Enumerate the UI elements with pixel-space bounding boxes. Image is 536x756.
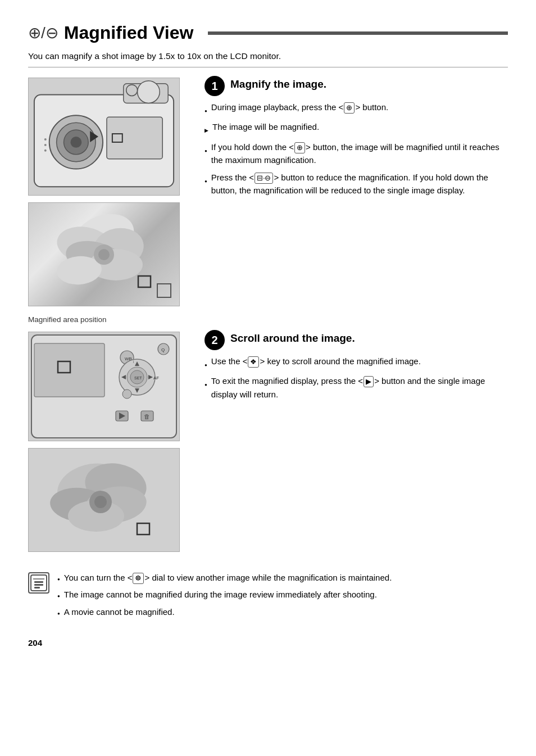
page-subtitle: You can magnify a shot image by 1.5x to … (28, 51, 508, 67)
bullet-dot-1 (205, 103, 207, 116)
image-caption: Magnified area position (28, 315, 191, 324)
page-number: 204 (28, 638, 508, 648)
note-text-3: A movie cannot be magnified. (64, 605, 175, 618)
svg-rect-22 (138, 276, 151, 287)
svg-text:SET: SET (134, 376, 142, 380)
step1-bullet-3: If you hold down the <⊕> button, the ima… (205, 141, 508, 167)
step1-bullet-2: The image will be magnified. (205, 120, 508, 135)
step2-bullet-2: To exit the magnified display, press the… (205, 374, 508, 401)
svg-rect-8 (107, 117, 162, 159)
step2-bullet-dot-2 (205, 377, 207, 390)
svg-text:🗑: 🗑 (144, 413, 150, 420)
section2-images: WB SET AF Q (28, 332, 191, 552)
notes-list: You can turn the <☸> dial to view anothe… (57, 571, 508, 618)
svg-text:AF: AF (153, 375, 159, 381)
step1-title: Magnify the image. (230, 78, 326, 92)
step2-number: 2 (205, 330, 225, 350)
svg-point-39 (122, 390, 131, 399)
note-dot-1 (57, 571, 60, 584)
svg-text:Q: Q (161, 347, 165, 352)
section-2: WB SET AF Q (28, 332, 508, 552)
svg-rect-56 (34, 584, 43, 586)
note-dot-2 (57, 588, 60, 601)
svg-point-21 (98, 249, 110, 260)
note-item-2: The image cannot be magnified during the… (57, 588, 508, 601)
bullet-arrow-1 (205, 123, 208, 135)
step2-header: 2 Scroll around the image. (205, 332, 508, 350)
section2-instructions: 2 Scroll around the image. Use the <❖> k… (205, 332, 508, 552)
step1-bullet-4: Press the <⊟·⊖> button to reduce the mag… (205, 171, 508, 197)
magnify-icons: ⊕/⊖ (28, 24, 58, 42)
note-dot-3 (57, 605, 60, 618)
step1-number: 1 (205, 76, 225, 96)
reduce-btn-icon: ⊟·⊖ (255, 173, 273, 184)
dial-icon: ☸ (133, 573, 144, 584)
flower-image-top (28, 202, 180, 306)
svg-point-13 (44, 150, 47, 152)
note-item-3: A movie cannot be magnified. (57, 605, 508, 618)
section-1: Magnified area position 1 Magnify the im… (28, 78, 508, 324)
step1-bullet-1-text: During image playback, press the <⊕> but… (211, 101, 388, 114)
title-rule (208, 31, 508, 35)
flower-css-art (29, 203, 179, 306)
step1-bullet-4-text: Press the <⊟·⊖> button to reduce the mag… (211, 171, 508, 197)
note-icon (28, 572, 49, 594)
step2-bullet-1-text: Use the <❖> key to scroll around the mag… (211, 355, 421, 368)
svg-rect-57 (34, 587, 40, 588)
section1-images: Magnified area position (28, 78, 191, 324)
svg-point-6 (138, 81, 160, 103)
section1-instructions: 1 Magnify the image. During image playba… (205, 78, 508, 324)
note-content: You can turn the <☸> dial to view anothe… (57, 571, 508, 622)
camera-topview-image (28, 78, 180, 196)
svg-point-7 (126, 85, 138, 96)
svg-point-5 (70, 137, 81, 148)
camera-dial-image: WB SET AF Q (28, 332, 180, 441)
step2-title: Scroll around the image. (230, 332, 355, 346)
svg-point-11 (44, 138, 47, 141)
zoom-in-btn-icon2: ⊕ (294, 142, 305, 153)
svg-point-12 (44, 144, 47, 146)
step1-bullet-3-text: If you hold down the <⊕> button, the ima… (211, 141, 508, 167)
bullet-dot-4 (205, 173, 207, 186)
step2-bullet-2-text: To exit the magnified display, press the… (211, 374, 508, 401)
zoom-in-btn-icon: ⊕ (344, 102, 355, 114)
step2-bullet-dot-1 (205, 357, 207, 370)
cross-key-icon: ❖ (248, 356, 259, 368)
bullet-dot-3 (205, 143, 207, 156)
page-title-text: Magnified View (64, 22, 194, 43)
page-title-block: ⊕/⊖ Magnified View (28, 22, 508, 43)
note-section: You can turn the <☸> dial to view anothe… (28, 565, 508, 622)
step1-header: 1 Magnify the image. (205, 78, 508, 96)
note-item-1: You can turn the <☸> dial to view anothe… (57, 571, 508, 584)
step1-bullets: During image playback, press the <⊕> but… (205, 101, 508, 197)
note-text-1: You can turn the <☸> dial to view anothe… (64, 571, 392, 584)
svg-rect-55 (34, 581, 43, 583)
step1-bullet-1: During image playback, press the <⊕> but… (205, 101, 508, 116)
svg-rect-52 (137, 523, 149, 535)
step1-bullet-2-text: The image will be magnified. (212, 120, 319, 133)
note-text-2: The image cannot be magnified during the… (64, 588, 377, 601)
step2-bullet-1: Use the <❖> key to scroll around the mag… (205, 355, 508, 370)
flower-image-bottom (28, 448, 180, 552)
step2-bullets: Use the <❖> key to scroll around the mag… (205, 355, 508, 401)
svg-rect-24 (34, 343, 105, 397)
svg-point-51 (94, 496, 107, 508)
playback-btn-icon: ▶ (364, 376, 374, 387)
